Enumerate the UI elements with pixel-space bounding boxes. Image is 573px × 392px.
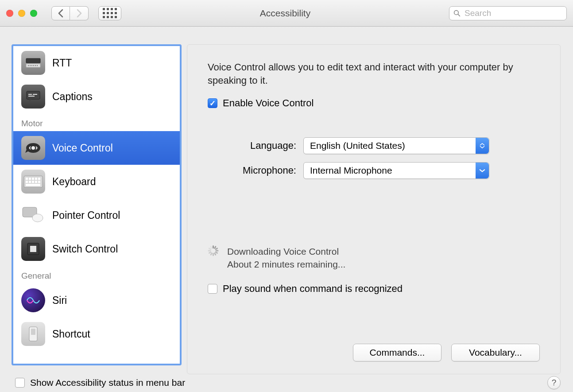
enable-voice-control-checkbox[interactable]	[208, 98, 217, 108]
captions-icon	[21, 85, 45, 109]
sidebar-item-label: Captions	[52, 91, 93, 103]
minimize-window-button[interactable]	[18, 10, 25, 17]
sidebar-item-label: Pointer Control	[52, 210, 120, 221]
svg-point-7	[33, 65, 34, 66]
svg-point-0	[454, 10, 459, 15]
sidebar-item-switch-control[interactable]: Switch Control	[13, 232, 180, 266]
sidebar-item-label: Shortcut	[52, 328, 90, 340]
svg-point-6	[31, 65, 32, 66]
shortcut-icon	[21, 322, 45, 346]
status-line-2: About 2 minutes remaining...	[227, 258, 345, 271]
svg-rect-14	[28, 96, 35, 97]
category-sidebar[interactable]: RTT Captions Motor Voice Control Keyb	[12, 44, 182, 365]
help-button[interactable]: ?	[547, 376, 561, 389]
svg-point-31	[32, 214, 43, 222]
search-field-wrap	[449, 6, 567, 20]
svg-rect-10	[27, 91, 40, 99]
voice-control-icon	[21, 136, 45, 160]
svg-point-9	[37, 65, 38, 66]
show-status-label: Show Accessibility status in menu bar	[30, 377, 185, 388]
svg-rect-27	[35, 181, 37, 183]
enable-voice-control-label: Enable Voice Control	[223, 97, 314, 109]
spinner-icon	[208, 245, 218, 256]
forward-button[interactable]	[70, 6, 89, 20]
play-sound-row[interactable]: Play sound when command is recognized	[208, 283, 540, 295]
svg-rect-26	[32, 181, 34, 183]
search-icon	[453, 10, 461, 17]
svg-rect-21	[32, 178, 34, 180]
rtt-icon	[21, 51, 45, 75]
svg-rect-13	[33, 94, 37, 95]
svg-line-1	[458, 14, 460, 16]
enable-voice-control-row[interactable]: Enable Voice Control	[208, 97, 540, 109]
chevron-right-icon	[76, 9, 82, 18]
zoom-window-button[interactable]	[30, 10, 37, 17]
sidebar-group-motor: Motor	[13, 113, 180, 131]
show-status-in-menubar-row[interactable]: Show Accessibility status in menu bar	[15, 377, 185, 388]
svg-rect-33	[30, 246, 36, 252]
sidebar-item-label: Siri	[52, 295, 67, 307]
language-label: Language:	[217, 140, 296, 151]
window-toolbar: Accessibility	[0, 0, 573, 27]
close-window-button[interactable]	[6, 10, 13, 17]
sidebar-item-label: RTT	[52, 57, 72, 69]
svg-rect-19	[26, 178, 28, 180]
svg-rect-24	[26, 181, 28, 183]
status-text: Downloading Voice Control About 2 minute…	[227, 245, 345, 271]
search-input[interactable]	[449, 6, 567, 20]
vocabulary-button[interactable]: Vocabulary...	[451, 344, 540, 361]
sidebar-item-captions[interactable]: Captions	[13, 80, 180, 113]
language-value: English (United States)	[310, 140, 405, 151]
sidebar-item-shortcut[interactable]: Shortcut	[13, 317, 180, 351]
sidebar-item-siri[interactable]: Siri	[13, 283, 180, 317]
sidebar-item-pointer-control[interactable]: Pointer Control	[13, 198, 180, 232]
show-all-button[interactable]	[98, 6, 121, 20]
sidebar-item-voice-control[interactable]: Voice Control	[13, 131, 180, 165]
sidebar-item-keyboard[interactable]: Keyboard	[13, 165, 180, 198]
svg-point-17	[31, 146, 35, 150]
svg-rect-25	[29, 181, 31, 183]
commands-button[interactable]: Commands...	[353, 344, 441, 361]
microphone-value: Internal Microphone	[310, 165, 392, 176]
svg-rect-28	[38, 181, 40, 183]
grid-icon	[103, 8, 117, 18]
play-sound-label: Play sound when command is recognized	[223, 283, 403, 295]
svg-point-8	[35, 65, 36, 66]
window-title: Accessibility	[131, 8, 439, 19]
sidebar-item-label: Voice Control	[52, 142, 113, 154]
panel-description: Voice Control allows you to edit text an…	[208, 61, 540, 87]
svg-rect-22	[35, 178, 37, 180]
download-status: Downloading Voice Control About 2 minute…	[208, 245, 540, 271]
sidebar-item-rtt[interactable]: RTT	[13, 46, 180, 80]
pointer-control-icon	[21, 203, 45, 227]
window-controls	[6, 10, 37, 17]
keyboard-icon	[21, 170, 45, 194]
svg-rect-2	[26, 58, 40, 63]
svg-rect-29	[26, 184, 40, 186]
switch-control-icon	[21, 237, 45, 261]
status-line-1: Downloading Voice Control	[227, 245, 345, 258]
updown-stepper-icon	[476, 138, 489, 154]
sidebar-item-label: Keyboard	[52, 176, 96, 188]
svg-point-5	[30, 65, 31, 66]
svg-rect-12	[28, 94, 32, 95]
microphone-label: Microphone:	[217, 165, 296, 176]
nav-segmented	[51, 6, 89, 20]
chevron-down-icon	[476, 163, 489, 179]
language-select[interactable]: English (United States)	[303, 137, 489, 154]
svg-marker-11	[29, 99, 32, 102]
chevron-left-icon	[58, 9, 64, 18]
svg-rect-23	[38, 178, 40, 180]
show-status-checkbox[interactable]	[15, 378, 25, 388]
svg-rect-20	[29, 178, 31, 180]
svg-rect-36	[31, 329, 35, 335]
siri-icon	[21, 288, 45, 312]
play-sound-checkbox[interactable]	[208, 284, 217, 294]
sidebar-item-label: Switch Control	[52, 243, 118, 255]
settings-panel: Voice Control allows you to edit text an…	[187, 44, 561, 374]
sidebar-group-general: General	[13, 266, 180, 283]
svg-point-4	[28, 65, 29, 66]
back-button[interactable]	[51, 6, 70, 20]
microphone-select[interactable]: Internal Microphone	[303, 162, 489, 179]
